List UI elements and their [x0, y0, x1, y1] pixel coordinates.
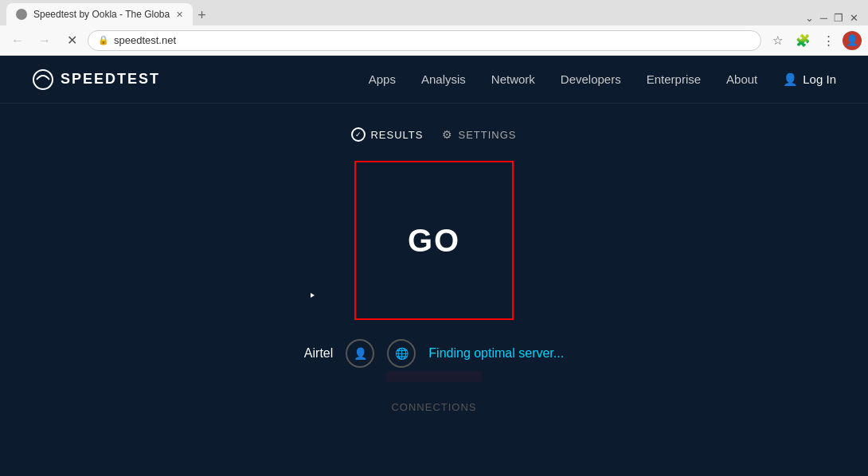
- profile-icon[interactable]: 👤: [843, 31, 862, 50]
- login-button[interactable]: 👤 Log In: [783, 72, 836, 87]
- settings-label: SETTINGS: [458, 129, 516, 141]
- finding-server-text: Finding optimal server...: [428, 346, 564, 361]
- bookmark-this-button[interactable]: ☆: [766, 29, 788, 52]
- results-tab[interactable]: ✓ RESULTS: [351, 127, 423, 142]
- logo-text: SPEEDTEST: [61, 71, 160, 88]
- logo-icon: [32, 68, 54, 91]
- minimize-button[interactable]: ─: [820, 12, 827, 24]
- settings-icon: ⚙: [442, 128, 453, 141]
- nav-developers[interactable]: Developers: [561, 72, 621, 86]
- server-name: Airtel: [304, 346, 333, 361]
- nav-apps[interactable]: Apps: [369, 72, 396, 86]
- user-circle-icon: 👤: [346, 339, 374, 368]
- close-window-button[interactable]: ✕: [850, 12, 858, 24]
- browser-chrome: Speedtest by Ookla - The Globa ✕ + ⌄ ─ ❐…: [0, 0, 868, 56]
- go-button[interactable]: GO: [362, 169, 506, 312]
- toolbar-icons: ☆ 🧩 ⋮ 👤: [766, 29, 862, 52]
- nav-analysis[interactable]: Analysis: [421, 72, 466, 86]
- user-icon: 👤: [783, 72, 798, 87]
- nav-network[interactable]: Network: [491, 72, 535, 86]
- tab-list-button[interactable]: ⌄: [805, 12, 814, 24]
- tab-bar: Speedtest by Ookla - The Globa ✕ + ⌄ ─ ❐…: [0, 0, 868, 25]
- forward-button[interactable]: →: [33, 29, 56, 52]
- new-tab-button[interactable]: +: [193, 7, 211, 24]
- mouse-cursor: [311, 293, 320, 302]
- tab-title: Speedtest by Ookla - The Globa: [33, 9, 170, 20]
- svg-point-0: [33, 70, 53, 89]
- extensions-button[interactable]: 🧩: [792, 29, 814, 52]
- restore-button[interactable]: ❐: [834, 12, 843, 24]
- nav-enterprise[interactable]: Enterprise: [647, 72, 701, 86]
- server-info: Airtel 👤 🌐 Finding optimal server...: [304, 339, 564, 368]
- reload-button[interactable]: ✕: [61, 29, 83, 52]
- go-text: GO: [408, 223, 460, 259]
- go-button-container: GO: [354, 161, 514, 320]
- tab-favicon: [16, 9, 27, 20]
- nav-links: Apps Analysis Network Developers Enterpr…: [369, 72, 836, 87]
- address-bar-row: ← → ✕ 🔒 speedtest.net ☆ 🧩 ⋮ 👤: [0, 25, 868, 56]
- lock-icon: 🔒: [98, 35, 109, 45]
- main-area: ✓ RESULTS ⚙ SETTINGS GO Airtel 👤 🌐 Findi…: [0, 103, 868, 476]
- connections-label: Connections: [391, 401, 476, 413]
- site-nav: SPEEDTEST Apps Analysis Network Develope…: [0, 56, 868, 103]
- address-bar[interactable]: 🔒 speedtest.net: [88, 30, 761, 51]
- finding-text: Finding optimal server...: [428, 346, 564, 360]
- go-circle-inner: GO: [366, 173, 502, 308]
- nav-about[interactable]: About: [726, 72, 757, 86]
- globe-icon: 🌐: [387, 339, 416, 368]
- tab-right-controls: ⌄ ─ ❐ ✕: [805, 12, 862, 25]
- login-label: Log In: [803, 72, 836, 86]
- redacted-info-bar: [386, 371, 482, 382]
- speed-tabs: ✓ RESULTS ⚙ SETTINGS: [351, 127, 516, 142]
- settings-tab[interactable]: ⚙ SETTINGS: [442, 127, 516, 142]
- back-button[interactable]: ←: [6, 29, 29, 52]
- more-options-button[interactable]: ⋮: [817, 29, 839, 52]
- results-icon: ✓: [351, 127, 366, 142]
- tab-close-button[interactable]: ✕: [176, 10, 183, 20]
- active-tab[interactable]: Speedtest by Ookla - The Globa ✕: [6, 3, 193, 25]
- site-logo: SPEEDTEST: [32, 68, 160, 91]
- results-label: RESULTS: [370, 129, 423, 141]
- page-content: SPEEDTEST Apps Analysis Network Develope…: [0, 56, 868, 476]
- url-text: speedtest.net: [114, 34, 176, 46]
